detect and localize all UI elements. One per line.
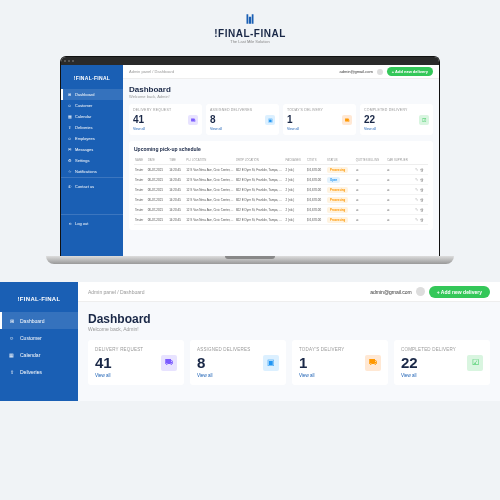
table-header: COSTS [306,156,326,165]
stat-label: DELIVERY REQUEST [133,108,198,112]
stat-card-today-s-delivery: TODAY'S DELIVERY1View all⛟ [292,340,388,385]
stat-card-delivery-request: DELIVERY REQUEST41View all⛟ [129,104,202,135]
table-header [414,156,428,165]
sidebar-item-label: Messages [75,147,93,152]
sidebar-item-label: Notifications [75,169,97,174]
stat-icon: ⛟ [365,355,381,371]
calendar-icon: ▦ [8,351,15,358]
employees-icon: ☺ [67,136,72,141]
stat-label: TODAY'S DELIVERY [287,108,352,112]
stat-icon: ▣ [265,115,275,125]
table-row[interactable]: Tester06-07-202114:20:4512 S Van Ness Av… [134,205,428,215]
stat-view-all-link[interactable]: View all [95,373,177,378]
edit-icon[interactable]: ✎ [415,198,418,202]
stat-card-assigned-deliveres: ASSIGNED DELIVERES8View all▣ [206,104,279,135]
sidebar-item-label: Deliveries [75,125,93,130]
stat-view-all-link[interactable]: View all [299,373,381,378]
sidebar-item-calendar[interactable]: ▦Calendar [0,346,78,363]
sidebar-logo: !FINAL-FINAL [61,71,123,85]
sidebar-item-label: Calendar [75,114,91,119]
sidebar-item-label: Customer [20,335,42,341]
breadcrumb[interactable]: Admin panel / Dashboard [88,289,144,295]
sidebar-item-label: Calendar [20,352,40,358]
stat-label: ASSIGNED DELIVERES [210,108,275,112]
sidebar-item-dashboard[interactable]: ⊞Dashboard [61,89,123,100]
stat-view-all-link[interactable]: View all [133,127,198,131]
avatar[interactable] [416,287,425,296]
stat-icon: ⛟ [188,115,198,125]
table-header: DATE [147,156,169,165]
delete-icon[interactable]: 🗑 [420,218,424,222]
sidebar-item-label: Deliveries [20,369,42,375]
edit-icon[interactable]: ✎ [415,188,418,192]
stat-label: DELIVERY REQUEST [95,347,177,352]
delete-icon[interactable]: 🗑 [420,168,424,172]
panel-title: Upcoming pick-up schedule [134,146,428,152]
edit-icon[interactable]: ✎ [415,208,418,212]
sidebar-logo: !FINAL-FINAL [0,290,78,308]
status-badge: Processing [327,187,348,193]
delete-icon[interactable]: 🗑 [420,188,424,192]
delete-icon[interactable]: 🗑 [420,178,424,182]
sidebar-item-label: Dashboard [20,318,44,324]
table-row[interactable]: Tester06-07-202114:20:4512 S Van Ness Av… [134,215,428,225]
stat-icon: ▣ [263,355,279,371]
sidebar-item-dashboard[interactable]: ⊞Dashboard [0,312,78,329]
table-header: CAR SUPPLIER [386,156,414,165]
sidebar-item-messages[interactable]: ✉Messages [61,144,123,155]
detail-mockup: !FINAL-FINAL ⊞Dashboard☺Customer▦Calenda… [0,282,500,401]
sidebar-item-notifications[interactable]: ☆Notifications [61,166,123,177]
stat-card-completed-delivery: COMPLETED DELIVERY22View all☑ [360,104,433,135]
sidebar-item-contact-us[interactable]: ✆Contact us [61,181,123,192]
stat-view-all-link[interactable]: View all [210,127,275,131]
sidebar-item-employees[interactable]: ☺Employees [61,133,123,144]
notifications-icon: ☆ [67,169,72,174]
edit-icon[interactable]: ✎ [415,178,418,182]
stat-view-all-link[interactable]: View all [197,373,279,378]
sidebar-item-settings[interactable]: ⚙Settings [61,155,123,166]
sidebar: !FINAL-FINAL ⊞Dashboard☺Customer▦Calenda… [61,65,123,256]
stat-view-all-link[interactable]: View all [287,127,352,131]
brand-name: !FINAL-FINAL [0,28,500,39]
user-email: admin@gmail.com [340,69,373,74]
table-header: PACKAGES [285,156,306,165]
stat-label: COMPLETED DELIVERY [401,347,483,352]
page-subtitle: Welcome back, Admin! [88,326,490,332]
table-header: QUOTES BILLING [355,156,386,165]
add-delivery-button[interactable]: + Add new delivery [429,286,490,298]
messages-icon: ✉ [67,147,72,152]
brand-logo-icon [243,12,257,26]
sidebar-item-label: Customer [75,103,92,108]
edit-icon[interactable]: ✎ [415,218,418,222]
avatar[interactable] [377,69,383,75]
hero-brand: !FINAL-FINAL The Last Mile Solution [0,0,500,50]
sidebar-item-deliveries[interactable]: ⇪Deliveries [0,363,78,380]
edit-icon[interactable]: ✎ [415,168,418,172]
breadcrumb[interactable]: Admin panel / Dashboard [129,69,174,74]
sidebar-item-customer[interactable]: ☺Customer [61,100,123,111]
topbar: Admin panel / Dashboard admin@gmail.com … [78,282,500,302]
status-badge: Processing [327,217,348,223]
table-header: P.U. LOCATION [185,156,235,165]
pickup-schedule-panel: Upcoming pick-up schedule NAMEDATETIMEP.… [129,141,433,230]
sidebar-item-calendar[interactable]: ▦Calendar [61,111,123,122]
sidebar-item-log-out[interactable]: ⎋Log out [61,218,123,229]
sidebar-item-label: Settings [75,158,89,163]
sidebar-item-label: Log out [75,221,88,226]
brand-tagline: The Last Mile Solution [0,39,500,44]
sidebar-item-deliveries[interactable]: ⇪Deliveries [61,122,123,133]
delete-icon[interactable]: 🗑 [420,208,424,212]
table-row[interactable]: Tester06-07-202114:20:4512 S Van Ness Av… [134,175,428,185]
stat-card-delivery-request: DELIVERY REQUEST41View all⛟ [88,340,184,385]
add-delivery-button[interactable]: + Add new delivery [387,67,433,76]
sidebar-item-customer[interactable]: ☺Customer [0,329,78,346]
table-row[interactable]: Tester06-07-202114:20:4512 S Van Ness Av… [134,185,428,195]
deliveries-icon: ⇪ [67,125,72,130]
stat-view-all-link[interactable]: View all [401,373,483,378]
stat-label: COMPLETED DELIVERY [364,108,429,112]
table-row[interactable]: Tester06-07-202114:20:4512 S Van Ness Av… [134,195,428,205]
page-title: Dashboard [88,312,490,326]
table-row[interactable]: Tester06-07-202114:20:4512 S Van Ness Av… [134,165,428,175]
stat-view-all-link[interactable]: View all [364,127,429,131]
delete-icon[interactable]: 🗑 [420,198,424,202]
